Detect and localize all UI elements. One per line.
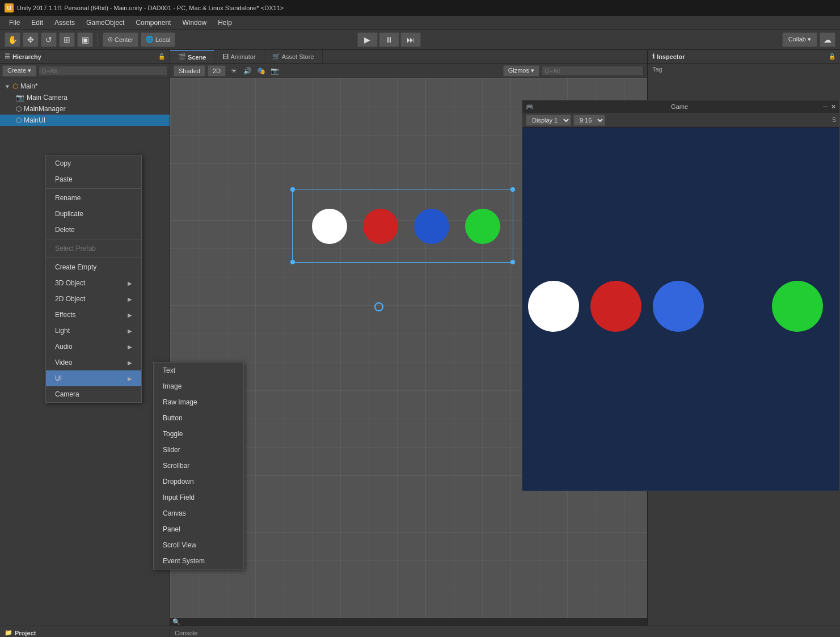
fx-icon[interactable]: 🎭 (255, 65, 267, 77)
collab-button[interactable]: Collab ▾ (782, 32, 817, 47)
hierarchy-item-main-camera[interactable]: 📷 Main Camera (0, 92, 170, 103)
play-controls: ▶ ⏸ ⏭ (357, 32, 421, 47)
ctx-effects[interactable]: Effects ▶ (46, 307, 141, 323)
step-button[interactable]: ⏭ (400, 32, 421, 47)
sub-scroll-view[interactable]: Scroll View (154, 537, 243, 553)
ctx-camera[interactable]: Camera (46, 386, 141, 402)
small-indicator (374, 302, 383, 311)
lighting-icon[interactable]: ☀ (228, 65, 239, 77)
hierarchy-item-mainmanager[interactable]: ⬡ MainManager (0, 103, 170, 115)
project-tab: 📁 Project (0, 626, 170, 637)
ctx-duplicate[interactable]: Duplicate (46, 206, 141, 222)
ctx-2d-object[interactable]: 2D Object ▶ (46, 291, 141, 307)
menu-file[interactable]: File (3, 18, 26, 28)
animator-icon: 🎞 (222, 53, 229, 60)
camera-preview-icon[interactable]: 📷 (269, 65, 280, 77)
2d-button[interactable]: 2D (208, 65, 226, 77)
ctx-ui[interactable]: UI ▶ (46, 370, 141, 386)
rotate-tool-button[interactable]: ↺ (41, 32, 57, 47)
ctx-copy[interactable]: Copy (46, 155, 141, 171)
shaded-button[interactable]: Shaded (174, 65, 205, 77)
ctx-delete[interactable]: Delete (46, 222, 141, 238)
circle-green[interactable] (465, 209, 500, 244)
title-bar: U Unity 2017.1.1f1 Personal (64bit) - Ma… (0, 0, 840, 16)
pause-button[interactable]: ⏸ (379, 32, 399, 47)
tag-label: Tag (648, 64, 840, 75)
project-icon: 📁 (5, 629, 12, 636)
ctx-create-empty[interactable]: Create Empty (46, 259, 141, 275)
hierarchy-item-main[interactable]: ▼ ⬡ Main* (0, 81, 170, 92)
gizmos-button[interactable]: Gizmos ▾ (503, 65, 539, 77)
toolbar-separator (98, 33, 98, 47)
sub-raw-image[interactable]: Raw Image (154, 394, 243, 410)
store-icon: 🛒 (272, 53, 280, 60)
sub-text[interactable]: Text (154, 362, 243, 378)
local-button[interactable]: 🌐 Local (141, 32, 175, 47)
menu-help[interactable]: Help (212, 18, 238, 28)
arrow-right-icon: ▶ (128, 360, 132, 366)
context-menu: Copy Paste Rename Duplicate Delete Selec… (45, 155, 142, 403)
rect-tool-button[interactable]: ▣ (77, 32, 93, 47)
arrow-right-icon: ▶ (128, 328, 132, 334)
game-toolbar: Display 1 9:16 S (522, 113, 839, 128)
main-layout: ☰ Hierarchy 🔓 Create ▾ ▼ ⬡ Main* 📷 Main … (0, 50, 840, 626)
sub-image[interactable]: Image (154, 378, 243, 394)
ctx-paste[interactable]: Paste (46, 171, 141, 187)
move-tool-button[interactable]: ✥ (23, 32, 39, 47)
menu-component[interactable]: Component (130, 18, 176, 28)
circle-red[interactable] (363, 209, 398, 244)
display-dropdown[interactable]: Display 1 (526, 115, 571, 126)
sub-dropdown[interactable]: Dropdown (154, 474, 243, 490)
scene-scroll[interactable]: 🔍 (170, 618, 647, 626)
camera-icon: 📷 (16, 94, 24, 102)
audio-icon[interactable]: 🔊 (242, 65, 253, 77)
scene-toolbar: Shaded 2D ☀ 🔊 🎭 📷 Gizmos ▾ (170, 64, 647, 78)
bottom-area: 📁 Project Create ▾ ★ Favorites ▶ Assets … (0, 626, 840, 637)
game-circle-green (772, 281, 823, 332)
scene-search-input[interactable] (542, 66, 644, 76)
inspector-icon: ℹ (652, 53, 655, 60)
ctx-select-prefab: Select Prefab (46, 241, 141, 256)
handle-br (510, 260, 515, 264)
sub-slider[interactable]: Slider (154, 442, 243, 458)
menu-edit[interactable]: Edit (26, 18, 49, 28)
hierarchy-create-button[interactable]: Create ▾ (2, 65, 36, 77)
ctx-video[interactable]: Video ▶ (46, 355, 141, 370)
tab-animator[interactable]: 🎞 Animator (214, 50, 264, 63)
circle-blue[interactable] (414, 209, 449, 244)
game-panel-controls: ─ ✕ (823, 103, 836, 111)
menu-assets[interactable]: Assets (49, 18, 81, 28)
cloud-button[interactable]: ☁ (820, 32, 835, 47)
ctx-audio[interactable]: Audio ▶ (46, 339, 141, 355)
menu-gameobject[interactable]: GameObject (81, 18, 130, 28)
hierarchy-lock-icon[interactable]: 🔓 (158, 53, 165, 60)
minimize-icon[interactable]: ─ (823, 103, 828, 111)
scale-tool-button[interactable]: ⊞ (59, 32, 75, 47)
menu-window[interactable]: Window (176, 18, 212, 28)
scene-icon: ⬡ (12, 82, 18, 90)
hierarchy-toolbar: Create ▾ (0, 64, 170, 78)
sub-canvas[interactable]: Canvas (154, 505, 243, 521)
ctx-light[interactable]: Light ▶ (46, 323, 141, 339)
tab-asset-store[interactable]: 🛒 Asset Store (264, 50, 323, 63)
tab-scene[interactable]: 🎬 Scene (170, 50, 214, 63)
inspector-lock-icon[interactable]: 🔓 (829, 53, 835, 60)
sub-button[interactable]: Button (154, 410, 243, 426)
circle-white[interactable] (312, 209, 347, 244)
ctx-3d-object[interactable]: 3D Object ▶ (46, 275, 141, 291)
play-button[interactable]: ▶ (357, 32, 378, 47)
project-panel: 📁 Project Create ▾ ★ Favorites ▶ Assets … (0, 626, 170, 637)
sub-toggle[interactable]: Toggle (154, 426, 243, 442)
sub-event-system[interactable]: Event System (154, 553, 243, 569)
handle-tl (290, 187, 295, 192)
sub-panel[interactable]: Panel (154, 521, 243, 537)
sub-scrollbar[interactable]: Scrollbar (154, 458, 243, 474)
hand-tool-button[interactable]: ✋ (5, 32, 20, 47)
ctx-rename[interactable]: Rename (46, 190, 141, 206)
hierarchy-item-mainui[interactable]: ⬡ MainUI (0, 115, 170, 126)
sub-input-field[interactable]: Input Field (154, 490, 243, 505)
hierarchy-search-input[interactable] (39, 66, 167, 76)
resolution-dropdown[interactable]: 9:16 (573, 115, 605, 126)
center-button[interactable]: ⊙ Center (103, 32, 138, 47)
close-icon[interactable]: ✕ (831, 103, 836, 111)
